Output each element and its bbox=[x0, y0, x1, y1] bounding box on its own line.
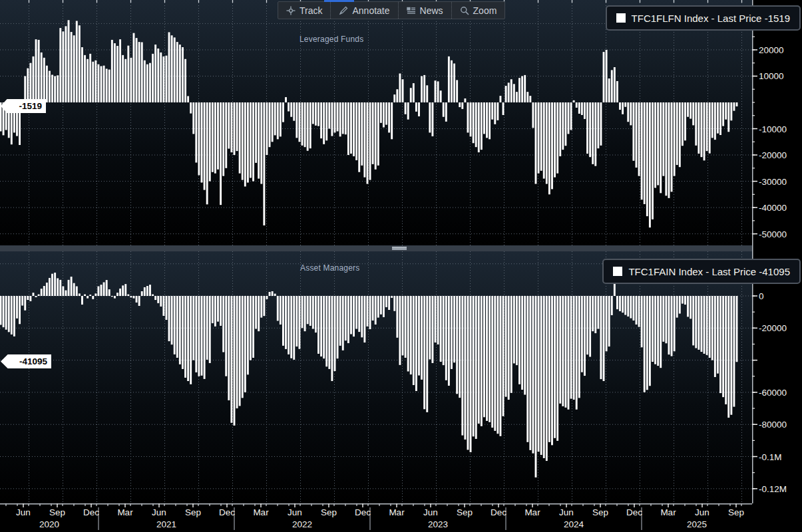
y-tick-label: 10000 bbox=[759, 71, 784, 81]
news-label: News bbox=[420, 5, 443, 16]
y-tick-label: 20000 bbox=[759, 45, 784, 55]
legend-asset-managers[interactable]: TFC1FAIN Index - Last Price -41095 bbox=[602, 259, 801, 284]
month-label: Mar bbox=[117, 507, 132, 517]
month-label: Jun bbox=[152, 507, 166, 517]
panel-leveraged-funds[interactable]: Leveraged Funds bbox=[0, 0, 752, 246]
plot-area-asset-managers[interactable] bbox=[0, 251, 752, 503]
month-label: Jun bbox=[423, 507, 438, 517]
month-label: Sep bbox=[592, 507, 608, 517]
bars-tfc1flfn-index bbox=[0, 20, 737, 227]
month-label: Mar bbox=[660, 507, 676, 517]
y-tick-label: -0.1M bbox=[759, 452, 782, 462]
y-tick-label: -20000 bbox=[759, 150, 787, 160]
panel-separator-handle[interactable] bbox=[392, 247, 407, 250]
year-label: 2022 bbox=[292, 519, 312, 529]
month-label: Sep bbox=[728, 507, 744, 517]
zoom-icon bbox=[460, 6, 469, 15]
time-axis[interactable]: JunSepDecMarJunSepDecMarJunSepDecMarJunS… bbox=[0, 503, 802, 532]
y-tick-label: -80000 bbox=[759, 420, 787, 430]
y-tick-label: -40000 bbox=[759, 203, 787, 213]
news-icon bbox=[407, 6, 416, 15]
month-label: Jun bbox=[288, 507, 302, 517]
track-icon bbox=[286, 6, 296, 15]
panel-asset-managers[interactable]: Asset Managers bbox=[0, 251, 752, 503]
plot-area-leveraged-funds[interactable] bbox=[0, 0, 752, 246]
y-tick-label: -50000 bbox=[759, 229, 787, 239]
annotate-label: Annotate bbox=[352, 5, 389, 16]
month-label: Sep bbox=[457, 507, 473, 517]
year-label: 2020 bbox=[39, 519, 59, 529]
month-label: Mar bbox=[389, 507, 404, 517]
last-price-badge-bottom: -41095 bbox=[1, 354, 51, 368]
month-label: Jun bbox=[16, 507, 31, 517]
month-label: Jun bbox=[559, 507, 574, 517]
month-label: Dec bbox=[355, 507, 371, 517]
track-label: Track bbox=[300, 5, 322, 16]
month-label: Jun bbox=[695, 507, 709, 517]
bars-tfc1fain-index bbox=[0, 273, 737, 477]
year-label: 2025 bbox=[687, 519, 707, 529]
panel-separator[interactable] bbox=[0, 245, 802, 251]
month-label: Mar bbox=[524, 507, 540, 517]
legend-text: TFC1FLFN Index - Last Price -1519 bbox=[632, 13, 790, 24]
legend-text: TFC1FAIN Index - Last Price -41095 bbox=[628, 266, 790, 277]
scroll-indicator[interactable] bbox=[324, 0, 354, 2]
zoom-label: Zoom bbox=[473, 5, 497, 16]
annotate-icon bbox=[339, 6, 348, 15]
zoom-button[interactable]: Zoom bbox=[451, 2, 505, 19]
y-tick-label: -60000 bbox=[759, 388, 787, 398]
panel-title-asset-managers: Asset Managers bbox=[300, 263, 360, 273]
legend-leveraged-funds[interactable]: TFC1FLFN Index - Last Price -1519 bbox=[606, 5, 801, 31]
y-tick-label: -20000 bbox=[759, 323, 787, 333]
series-swatch bbox=[616, 13, 626, 23]
year-label: 2021 bbox=[156, 519, 176, 529]
month-label: Dec bbox=[626, 507, 642, 517]
chart-toolbar: Track Annotate News Zoom bbox=[278, 1, 505, 19]
annotate-button[interactable]: Annotate bbox=[330, 2, 397, 19]
track-button[interactable]: Track bbox=[278, 2, 330, 19]
month-label: Sep bbox=[185, 507, 201, 517]
year-label: 2024 bbox=[564, 519, 584, 529]
last-price-badge-top: -1519 bbox=[1, 99, 46, 113]
month-label: Sep bbox=[49, 507, 65, 517]
month-label: Mar bbox=[253, 507, 268, 517]
panel-title-leveraged-funds: Leveraged Funds bbox=[300, 35, 363, 44]
y-tick-label: -10000 bbox=[759, 124, 787, 134]
month-label: Sep bbox=[321, 507, 337, 517]
month-label: Dec bbox=[491, 507, 506, 517]
y-tick-label: 0 bbox=[759, 291, 764, 301]
y-tick-label: -30000 bbox=[759, 177, 787, 187]
series-swatch bbox=[613, 267, 622, 276]
month-label: Dec bbox=[219, 507, 235, 517]
month-label: Dec bbox=[83, 507, 99, 517]
chart-window: Leveraged Funds Asset Managers Track Ann… bbox=[0, 0, 802, 532]
news-button[interactable]: News bbox=[398, 2, 451, 19]
y-tick-label: -0.12M bbox=[759, 484, 787, 494]
year-label: 2023 bbox=[428, 519, 448, 529]
